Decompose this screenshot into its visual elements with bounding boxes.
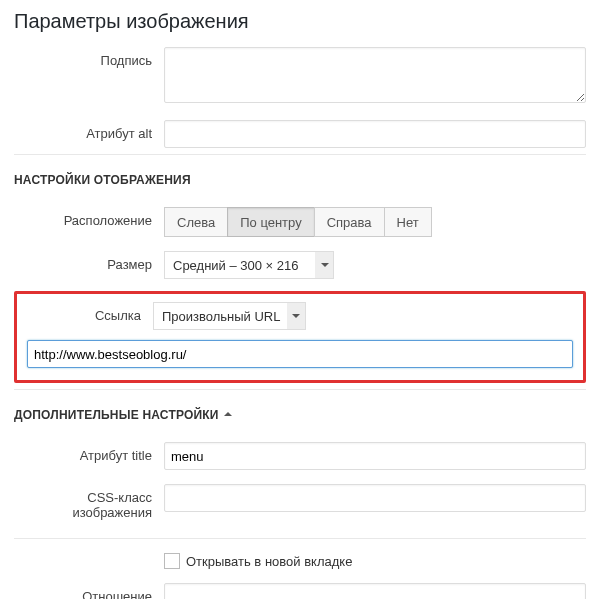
link-type-select-value: Произвольный URL <box>162 309 287 324</box>
link-label: Ссылка <box>27 302 153 323</box>
rel-input[interactable] <box>164 583 586 599</box>
css-image-input[interactable] <box>164 484 586 512</box>
title-attr-input[interactable] <box>164 442 586 470</box>
align-none-button[interactable]: Нет <box>384 207 432 237</box>
chevron-down-icon <box>287 303 305 329</box>
divider <box>14 389 586 390</box>
link-highlight-box: Ссылка Произвольный URL <box>14 291 586 383</box>
new-tab-checkbox[interactable] <box>164 553 180 569</box>
align-label: Расположение <box>14 207 164 228</box>
display-settings-heading: НАСТРОЙКИ ОТОБРАЖЕНИЯ <box>14 163 586 193</box>
align-center-button[interactable]: По центру <box>227 207 314 237</box>
advanced-settings-heading[interactable]: ДОПОЛНИТЕЛЬНЫЕ НАСТРОЙКИ <box>14 398 586 428</box>
size-select[interactable]: Средний – 300 × 216 <box>164 251 334 279</box>
rel-label: Отношение <box>14 583 164 599</box>
css-image-label: CSS-класс изображения <box>14 484 164 520</box>
chevron-down-icon <box>315 252 333 278</box>
chevron-up-icon <box>223 408 233 422</box>
link-type-select[interactable]: Произвольный URL <box>153 302 306 330</box>
align-button-group: Слева По центру Справа Нет <box>164 207 432 237</box>
divider <box>14 538 586 539</box>
title-attr-label: Атрибут title <box>14 442 164 463</box>
page-title: Параметры изображения <box>14 10 586 33</box>
alt-input[interactable] <box>164 120 586 148</box>
alt-label: Атрибут alt <box>14 120 164 141</box>
size-label: Размер <box>14 251 164 272</box>
align-left-button[interactable]: Слева <box>164 207 228 237</box>
divider <box>14 154 586 155</box>
caption-input[interactable] <box>164 47 586 103</box>
align-right-button[interactable]: Справа <box>314 207 385 237</box>
size-select-value: Средний – 300 × 216 <box>173 258 315 273</box>
caption-label: Подпись <box>14 47 164 68</box>
link-url-input[interactable] <box>27 340 573 368</box>
new-tab-label: Открывать в новой вкладке <box>186 554 352 569</box>
